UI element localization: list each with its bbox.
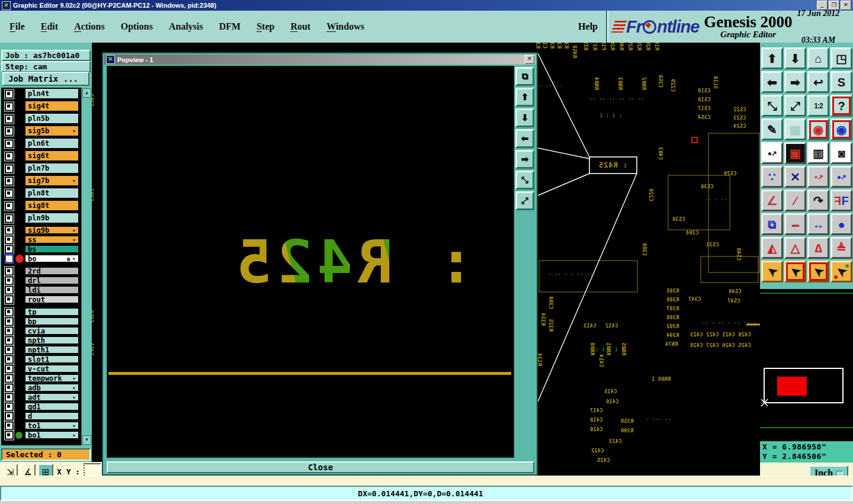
zoom-in-button[interactable]: ⤢	[784, 95, 806, 117]
layer-name[interactable]: v-cut	[25, 365, 79, 373]
layer-checkbox[interactable]	[5, 245, 14, 254]
layer-checkbox[interactable]	[5, 201, 14, 210]
layer-name[interactable]: d	[25, 412, 79, 420]
flip-objects-button[interactable]: ▣	[784, 142, 806, 164]
layer-checkbox[interactable]	[5, 296, 14, 304]
layer-row-tempwork[interactable]: tempwork➤	[1, 374, 80, 383]
layer-checkbox[interactable]	[5, 139, 14, 148]
layer-name[interactable]: pln9b	[25, 213, 79, 223]
arrow-mode-2-button[interactable]: △	[784, 237, 806, 259]
layer-checkbox[interactable]	[5, 431, 14, 440]
layer-row-ldi[interactable]: ldi	[1, 285, 80, 295]
layer-checkbox[interactable]	[5, 336, 14, 345]
pan-left-button[interactable]: ⬅	[761, 71, 783, 93]
layer-name[interactable]: pln4t	[25, 88, 79, 99]
layer-checkbox[interactable]	[5, 317, 14, 326]
layer-row-bo[interactable]: bo➤▦	[1, 254, 80, 264]
layer-name[interactable]: adt➤	[25, 393, 79, 401]
popview-title-bar[interactable]: ✕ Popview - 1 ✕	[104, 54, 535, 65]
layer-name[interactable]: sig6t	[25, 150, 79, 161]
layer-row-pln6t[interactable]: pln6t	[1, 137, 80, 150]
popview-pan-up-button[interactable]: ⬆	[515, 88, 534, 107]
layer-row-sig8t[interactable]: sig8t	[1, 200, 80, 212]
layer-row-pln5b[interactable]: pln5b	[1, 113, 80, 125]
job-matrix-button[interactable]: Job Matrix ...	[2, 72, 89, 86]
menu-options[interactable]: Options	[121, 21, 153, 32]
layer-checkbox[interactable]	[5, 365, 14, 374]
route-s-button[interactable]: S	[830, 71, 852, 93]
layer-name[interactable]: ldi	[25, 286, 79, 294]
layer-row-sig7b[interactable]: sig7b➤	[1, 175, 80, 187]
layer-name[interactable]: bp	[25, 317, 79, 325]
grid-toggle-button[interactable]: ▦	[784, 118, 806, 140]
layer-name[interactable]: cvia	[25, 327, 79, 335]
layer-row-sig6t[interactable]: sig6t	[1, 150, 80, 162]
layer-checkbox[interactable]	[5, 308, 14, 317]
break-line-button[interactable]: ▬	[784, 213, 806, 235]
delete-button[interactable]: ✕	[784, 166, 806, 188]
popview-pan-left-button[interactable]: ⬅	[515, 129, 534, 148]
layer-row-to1[interactable]: to1➤	[1, 421, 80, 431]
layer-name[interactable]: pln8t	[25, 188, 79, 198]
pan-up-button[interactable]: ⬆	[761, 47, 783, 69]
layer-checkbox[interactable]	[5, 286, 14, 295]
menu-step[interactable]: Step	[256, 21, 274, 32]
layer-checkbox[interactable]	[5, 226, 14, 235]
layer-checkbox[interactable]	[5, 127, 14, 136]
zoom-ratio-1-2-button[interactable]: 1:2	[807, 95, 829, 117]
layer-name[interactable]: sig4t	[25, 101, 79, 111]
layer-name[interactable]: bo1➤	[25, 431, 79, 439]
menu-analysis[interactable]: Analysis	[169, 21, 203, 32]
layer-checkbox[interactable]	[5, 102, 14, 111]
layer-row-drl[interactable]: drl	[1, 276, 80, 285]
layer-name[interactable]: 2rd	[25, 267, 79, 275]
netlist-a-button[interactable]: ◉	[807, 118, 829, 140]
layer-name[interactable]: npth1	[25, 346, 79, 354]
layer-row-npth[interactable]: npth	[1, 336, 80, 345]
popview-duplicate-view-button[interactable]: ⧉	[515, 67, 534, 86]
quad-view-xy-button[interactable]: ◳	[830, 47, 852, 69]
layer-name[interactable]: to1➤	[25, 422, 79, 429]
surface-merge-button[interactable]: ●	[830, 213, 852, 235]
layer-row-gd1[interactable]: gd1	[1, 402, 80, 412]
layer-checkbox[interactable]	[5, 176, 14, 185]
layer-name[interactable]: pln6t	[25, 138, 79, 149]
layer-row-adb[interactable]: adb➤	[1, 383, 80, 393]
layer-name[interactable]: tp	[25, 308, 79, 316]
layer-row-sig5b[interactable]: sig5b➤	[1, 125, 80, 137]
layer-checkbox[interactable]	[5, 189, 14, 198]
layer-checkbox[interactable]	[5, 412, 14, 421]
copy-other-button[interactable]: ∘↗	[807, 166, 829, 188]
layer-checkbox[interactable]	[5, 393, 14, 402]
popview-canvas[interactable]: : R425	[107, 66, 514, 458]
select-net-button[interactable]: ➤	[830, 261, 852, 283]
chain-select-button[interactable]: ∵	[761, 166, 783, 188]
mirror-button[interactable]: FF	[830, 190, 852, 211]
layer-checkbox[interactable]	[5, 214, 14, 223]
measure-width-button[interactable]: ↔	[807, 213, 829, 235]
layer-row-rout[interactable]: rout	[1, 295, 80, 304]
layer-row-slot1[interactable]: slot1	[1, 355, 80, 364]
layer-name[interactable]: adb➤	[25, 384, 79, 391]
popview-zoom-out-button[interactable]: ⤡	[515, 171, 534, 190]
menu-actions[interactable]: Actions	[74, 21, 105, 32]
menu-file[interactable]: File	[9, 21, 25, 32]
layer-name[interactable]: pln5b	[25, 113, 79, 124]
popview-pan-down-button[interactable]: ⬇	[515, 108, 534, 127]
select-window-button[interactable]: ➤	[784, 261, 806, 283]
layer-name[interactable]: gd1	[25, 403, 79, 410]
layer-row-tp[interactable]: tp	[1, 307, 80, 317]
layer-checkbox[interactable]	[5, 267, 14, 276]
layer-name[interactable]: pln7b	[25, 163, 79, 174]
arrow-mode-3-button[interactable]: ∆	[807, 237, 829, 259]
arrow-mode-1-button[interactable]: ◭	[761, 237, 783, 259]
pan-down-button[interactable]: ⬇	[784, 47, 806, 69]
layer-list-scrollbar[interactable]: ▲ ▼	[81, 88, 91, 445]
copy-button[interactable]: ●↗	[830, 166, 852, 188]
layer-row-ss[interactable]: ss➤	[1, 235, 80, 245]
layer-name[interactable]: bo➤▦	[25, 255, 79, 262]
layer-checkbox[interactable]	[5, 236, 14, 245]
layer-row-pln7b[interactable]: pln7b	[1, 162, 80, 175]
layer-name[interactable]: npth	[25, 336, 79, 344]
layer-name[interactable]: ss➤	[25, 236, 79, 243]
